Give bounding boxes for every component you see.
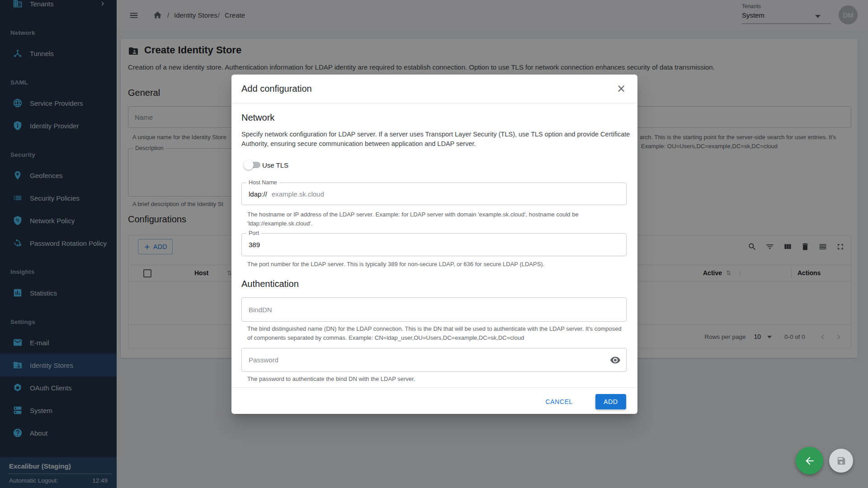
network-heading: Network	[241, 113, 274, 123]
binddn-field[interactable]	[241, 297, 627, 322]
eye-icon[interactable]	[610, 355, 621, 366]
save-icon	[836, 456, 846, 466]
save-button[interactable]	[829, 449, 853, 473]
dialog-header-divider	[231, 103, 637, 103]
dialog-footer: CANCEL ADD	[231, 387, 637, 414]
binddn-input[interactable]	[242, 298, 626, 321]
binddn-helper: The bind distinguished name (DN) for the…	[247, 324, 627, 343]
password-input[interactable]	[242, 348, 626, 371]
host-name-helper: The hostname or IP address of the LDAP s…	[247, 210, 627, 228]
host-name-input[interactable]	[267, 183, 619, 205]
host-name-field-label: Host Name	[246, 179, 279, 186]
password-helper: The password to authenticate the bind DN…	[247, 375, 627, 384]
authentication-heading: Authentication	[241, 279, 299, 289]
dialog-title: Add configuration	[241, 84, 312, 94]
port-input[interactable]	[242, 234, 626, 256]
port-field[interactable]: Port	[241, 233, 627, 256]
network-description: Specify network configuration for LDAP s…	[241, 130, 631, 149]
arrow-back-icon	[804, 455, 816, 467]
port-field-label: Port	[246, 230, 261, 237]
add-button[interactable]: ADD	[595, 394, 626, 409]
host-prefix: ldap://	[249, 190, 267, 198]
cancel-button[interactable]: CANCEL	[542, 394, 576, 409]
port-helper: The port number for the LDAP server. Thi…	[247, 260, 627, 269]
use-tls-toggle[interactable]	[244, 160, 254, 170]
close-icon[interactable]: ×	[613, 81, 629, 96]
password-field[interactable]	[241, 348, 627, 372]
host-name-field[interactable]: Host Name ldap://	[241, 183, 627, 205]
back-button[interactable]	[796, 447, 823, 474]
use-tls-label: Use TLS	[262, 161, 288, 169]
add-configuration-dialog: Add configuration × Network Specify netw…	[231, 75, 637, 414]
